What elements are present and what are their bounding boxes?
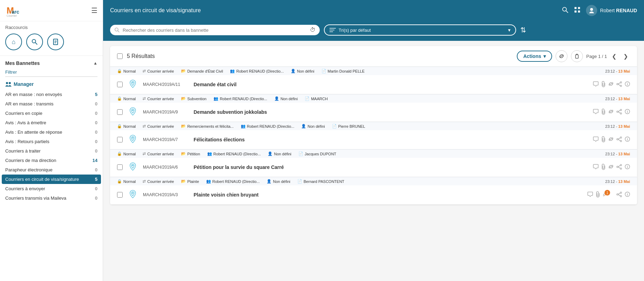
link-icon-button[interactable] xyxy=(556,50,567,62)
flow-action-icon[interactable] xyxy=(616,136,622,143)
mail-checkbox[interactable] xyxy=(117,137,123,142)
type-icon: ⇄ xyxy=(143,179,146,184)
meta-type: ⇄ Courrier arrivée xyxy=(143,151,174,156)
link-action-icon[interactable] xyxy=(608,164,614,170)
meta-visa: 👤 Non défini xyxy=(301,124,325,128)
mail-id: MAARCH/2019A/3 xyxy=(143,192,188,197)
flow-action-icon[interactable] xyxy=(616,81,622,88)
search-clock-icon[interactable]: ⏱ xyxy=(310,27,316,33)
chat-action-icon[interactable] xyxy=(587,192,593,198)
priority-value: Normal xyxy=(123,179,136,184)
type-value: Courrier arrivée xyxy=(147,152,174,156)
mail-meta-row: 🔒 Normal ⇄ Courrier arrivée 📂 Subvention… xyxy=(110,94,637,103)
sidebar-item-courriers-en-circuit[interactable]: Courriers en circuit de visa/signature 5 xyxy=(2,175,101,184)
meta-sender: 📄 Jacques DUPONT xyxy=(298,151,336,156)
sidebar-item-courriers-transmis-maileva[interactable]: Courriers transmis via Maileva 0 xyxy=(5,193,97,203)
mes-bannettes-toggle-icon[interactable]: ▲ xyxy=(93,61,97,66)
assigned-value: Robert RENAUD (Directio... xyxy=(247,124,295,128)
mail-group: 🔒 Normal ⇄ Courrier arrivée 📂 Remercieme… xyxy=(110,122,637,149)
chat-action-icon[interactable] xyxy=(593,109,599,115)
prev-page-button[interactable]: ❮ xyxy=(610,52,618,60)
info-action-icon[interactable] xyxy=(625,136,630,143)
add-doc-shortcut-button[interactable] xyxy=(47,34,64,50)
type-icon: ⇄ xyxy=(143,151,146,156)
sidebar-item-courriers-de-ma-direction[interactable]: Courriers de ma direction 14 xyxy=(5,156,97,165)
link-action-icon[interactable] xyxy=(608,109,614,115)
topbar-grid-icon[interactable] xyxy=(574,6,581,15)
mail-checkbox[interactable] xyxy=(117,109,123,115)
info-action-icon[interactable] xyxy=(625,81,630,88)
paperclip-action-icon[interactable] xyxy=(596,191,600,199)
mail-checkbox[interactable] xyxy=(117,192,123,198)
meta-priority: 🔒 Normal xyxy=(117,96,136,101)
meta-visa: 👤 Non défini xyxy=(267,179,290,184)
chat-action-icon[interactable] xyxy=(593,81,599,88)
link-action-icon[interactable] xyxy=(608,81,614,88)
info-action-icon[interactable] xyxy=(625,192,630,198)
category-value: Subvention xyxy=(187,97,207,101)
search-input[interactable] xyxy=(123,28,307,33)
mail-meta-row: 🔒 Normal ⇄ Courrier arrivée 📂 Demande d'… xyxy=(110,67,637,75)
nav-count: 0 xyxy=(91,139,97,144)
meta-priority: 🔒 Normal xyxy=(117,151,136,156)
topbar-search-icon[interactable] xyxy=(562,6,569,15)
flow-action-icon[interactable] xyxy=(616,164,622,171)
visa-value: Non défini xyxy=(297,69,314,73)
filtrer-label[interactable]: Filtrer xyxy=(5,69,17,75)
sender-icon: 📄 xyxy=(297,179,302,184)
sidebar-item-avis-en-attente[interactable]: Avis : En attente de réponse 0 xyxy=(5,127,97,137)
visa-icon: 👤 xyxy=(291,69,296,73)
paperclip-action-icon[interactable] xyxy=(601,136,606,143)
svg-line-13 xyxy=(566,11,568,13)
chat-action-icon[interactable] xyxy=(593,136,599,143)
sidebar-item-ar-masse-transmis[interactable]: AR en masse : transmis 0 xyxy=(5,99,97,109)
svg-line-48 xyxy=(618,139,620,141)
assigned-value: Robert RENAUD (Directio... xyxy=(212,179,260,184)
svg-point-53 xyxy=(617,166,618,168)
sidebar-item-courriers-a-traiter[interactable]: Courriers à traiter 0 xyxy=(5,146,97,156)
svg-line-29 xyxy=(618,83,620,84)
meta-type: ⇄ Courrier arrivée xyxy=(143,124,174,128)
mail-subject[interactable]: Demande état civil xyxy=(194,82,588,87)
page-title: Courriers en circuit de visa/signature xyxy=(110,7,201,14)
sidebar-item-avis-retours-partiels[interactable]: Avis : Retours partiels 0 xyxy=(5,137,97,146)
mail-subject[interactable]: Plainte voisin chien bruyant xyxy=(194,192,582,198)
paperclip-action-icon[interactable] xyxy=(601,164,606,171)
sidebar-item-avis-a-emettre[interactable]: Avis : Avis à émettre 0 xyxy=(5,118,97,127)
actions-button[interactable]: Actions ▾ xyxy=(517,51,552,62)
info-action-icon[interactable] xyxy=(625,109,630,115)
info-action-icon[interactable] xyxy=(625,164,630,170)
search-shortcut-button[interactable] xyxy=(26,34,43,50)
sort-dropdown[interactable]: Tri(s) par défaut ▾ xyxy=(324,24,516,36)
sidebar-item-ar-masse-non-envoyes[interactable]: AR en masse : non envoyés 5 xyxy=(5,90,97,99)
select-all-checkbox[interactable] xyxy=(117,53,123,59)
sidebar-item-courriers-a-envoyer[interactable]: Courriers à envoyer 0 xyxy=(5,184,97,193)
clipboard-icon-button[interactable] xyxy=(571,50,583,62)
home-shortcut-button[interactable]: ⌂ xyxy=(5,34,22,50)
filter-toggle-icon[interactable]: ⇅ xyxy=(520,26,526,34)
mail-subject[interactable]: Félicitations élections xyxy=(194,137,588,142)
paperclip-action-icon[interactable] xyxy=(601,109,606,116)
nav-count: 14 xyxy=(91,158,97,163)
link-action-icon[interactable] xyxy=(608,136,614,143)
type-icon: ⇄ xyxy=(143,96,146,101)
chat-action-icon[interactable] xyxy=(593,164,599,170)
topbar-user[interactable]: Robert RENAUD xyxy=(586,5,637,16)
next-page-button[interactable]: ❯ xyxy=(621,52,630,60)
svg-line-30 xyxy=(618,84,620,86)
mail-checkbox[interactable] xyxy=(117,82,123,87)
mail-subject[interactable]: Demande subvention jokkolabs xyxy=(194,109,588,115)
priority-value: Normal xyxy=(123,152,136,156)
raccourcis-icons: ⌂ xyxy=(5,34,97,50)
sidebar-item-courriers-en-copie[interactable]: Courriers en copie 0 xyxy=(5,109,97,118)
flow-action-icon[interactable] xyxy=(616,109,622,116)
hamburger-icon[interactable]: ☰ xyxy=(91,6,97,15)
sidebar-item-parapheur-electronique[interactable]: Parapheur électronique 0 xyxy=(5,165,97,175)
flow-action-icon[interactable] xyxy=(616,192,622,198)
mail-subject[interactable]: Pétition pour la survie du square Carré xyxy=(194,164,588,170)
mail-checkbox[interactable] xyxy=(117,164,123,170)
manager-label: Manager xyxy=(5,81,97,87)
type-icon: ⇄ xyxy=(143,124,146,128)
paperclip-action-icon[interactable] xyxy=(601,81,606,88)
nav-count: 0 xyxy=(91,101,97,106)
